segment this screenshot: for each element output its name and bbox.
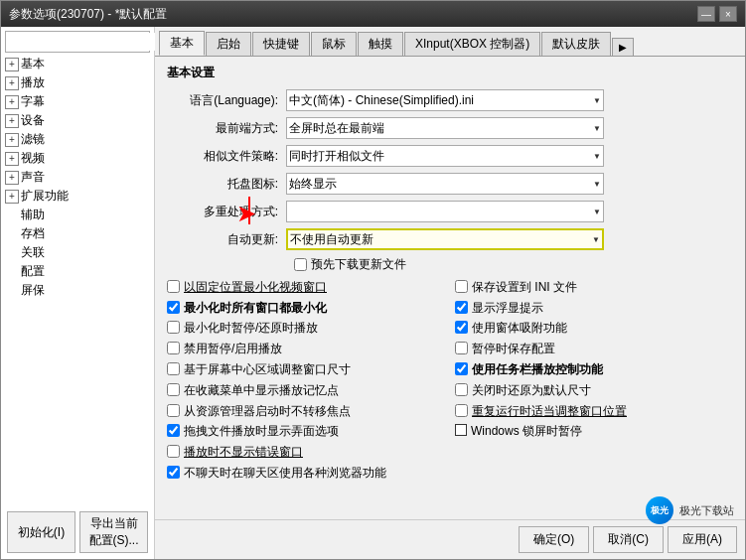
checkbox-showoptions: 拖拽文件播放时显示弄面选项 <box>167 423 445 440</box>
savepause-checkbox[interactable] <box>455 342 468 354</box>
dropdown-arrow-icon: ▼ <box>593 124 601 133</box>
saveini-checkbox[interactable] <box>455 280 468 293</box>
cancel-button[interactable]: 取消(C) <box>593 526 664 553</box>
taskbar-checkbox[interactable] <box>455 362 468 375</box>
restoresize-checkbox[interactable] <box>455 383 468 396</box>
lockscreen-checkbox[interactable] <box>455 424 467 436</box>
fixpos-label: 以固定位置最小化视频窗口 <box>184 279 327 296</box>
tree-item-assist[interactable]: 辅助 <box>3 206 152 224</box>
title-bar-buttons: — × <box>697 6 737 22</box>
centerresize-checkbox[interactable] <box>167 362 180 375</box>
minpause-checkbox[interactable] <box>167 321 180 334</box>
tree-item-audio[interactable]: + 声音 <box>3 168 152 187</box>
tab-skin[interactable]: 默认皮肤 <box>541 32 611 56</box>
checkbox-disablepause: 禁用暂停/启用播放 <box>167 341 445 357</box>
watermark-site: 极光下载站 <box>679 503 734 518</box>
tooltip-checkbox[interactable] <box>455 301 468 314</box>
checkbox-lockscreen: Windows 锁屏时暂停 <box>455 423 733 440</box>
snap-checkbox[interactable] <box>455 321 468 334</box>
tab-shortcut[interactable]: 快捷键 <box>252 32 310 56</box>
expand-icon[interactable]: + <box>5 171 19 185</box>
tree-item-extend[interactable]: + 扩展功能 <box>3 187 152 206</box>
export-button[interactable]: 导出当前配置(S)... <box>79 511 148 553</box>
tree-item-filter[interactable]: + 滤镜 <box>3 130 152 149</box>
settings-panel: 基本设置 语言(Language): 中文(简体) - Chinese(Simp… <box>155 57 745 519</box>
expand-icon[interactable]: + <box>5 58 19 71</box>
tree-label: 播放 <box>21 74 45 91</box>
tray-select[interactable]: 始终显示 ▼ <box>286 173 604 195</box>
tree-item-basic[interactable]: + 基本 <box>3 55 152 73</box>
tree-label: 基本 <box>21 56 45 72</box>
close-button[interactable]: × <box>719 6 737 22</box>
tab-scroll-right[interactable]: ▶ <box>612 38 634 56</box>
expand-icon[interactable]: + <box>5 114 19 128</box>
predownload-row: 预先下载更新文件 <box>167 256 733 273</box>
frontmode-label: 最前端方式: <box>167 120 286 137</box>
init-button[interactable]: 初始化(I) <box>7 511 75 553</box>
expand-icon[interactable]: + <box>5 190 19 204</box>
tree-label: 滤镜 <box>21 131 45 148</box>
tree-label: 存档 <box>21 225 45 242</box>
minall-checkbox[interactable] <box>167 301 180 314</box>
expand-icon[interactable]: + <box>5 95 19 109</box>
apply-button[interactable]: 应用(A) <box>668 526 737 553</box>
red-arrow-annotation: ➤ <box>236 201 256 228</box>
tab-basic[interactable]: 基本 <box>159 31 205 56</box>
search-input[interactable] <box>6 33 163 51</box>
predownload-checkbox[interactable] <box>294 258 307 271</box>
expand-icon[interactable]: + <box>5 133 19 147</box>
dropdown-arrow-icon: ▼ <box>593 96 601 105</box>
frontmode-value: 全屏时总在最前端 <box>289 120 384 137</box>
tab-touch[interactable]: 触摸 <box>358 32 403 56</box>
tree-label: 设备 <box>21 112 45 129</box>
ok-button[interactable]: 确定(O) <box>519 526 589 553</box>
tab-start[interactable]: 启始 <box>206 32 251 56</box>
showbookmark-checkbox[interactable] <box>167 383 180 396</box>
noerror-checkbox[interactable] <box>167 445 180 458</box>
expand-icon[interactable]: + <box>5 152 19 166</box>
disablepause-label: 禁用暂停/启用播放 <box>184 341 282 357</box>
checkbox-minpause: 最小化时暂停/还原时播放 <box>167 320 445 337</box>
multiproc-select[interactable]: ▼ <box>286 201 604 222</box>
tree-view: + 基本 + 播放 + 字幕 + 设备 + 滤镜 <box>3 55 152 507</box>
filestrategy-control: 同时打开相似文件 ▼ <box>286 145 604 167</box>
nofocus-checkbox[interactable] <box>167 404 180 417</box>
tree-item-video[interactable]: + 视频 <box>3 149 152 168</box>
frontmode-control: 全屏时总在最前端 ▼ <box>286 117 604 139</box>
disablepause-checkbox[interactable] <box>167 342 180 354</box>
autoupdate-select[interactable]: 不使用自动更新 ▼ <box>286 228 604 250</box>
fixpos-checkbox[interactable] <box>167 280 180 293</box>
expand-icon[interactable]: + <box>5 76 19 90</box>
tree-item-assoc[interactable]: 关联 <box>3 243 152 262</box>
savepause-label: 暂停时保存配置 <box>472 341 555 357</box>
frontmode-select[interactable]: 全屏时总在最前端 ▼ <box>286 117 604 139</box>
multiproc-control: ▼ <box>286 201 604 222</box>
language-value: 中文(简体) - Chinese(Simplified).ini <box>289 92 474 109</box>
dropdown-arrow-icon: ▼ <box>593 180 601 189</box>
filestrategy-select[interactable]: 同时打开相似文件 ▼ <box>286 145 604 167</box>
tree-item-subtitle[interactable]: + 字幕 <box>3 92 152 111</box>
restoresize-label: 关闭时还原为默认尺寸 <box>472 382 591 399</box>
tree-item-config[interactable]: 配置 <box>3 262 152 281</box>
minimize-button[interactable]: — <box>697 6 715 22</box>
language-select[interactable]: 中文(简体) - Chinese(Simplified).ini ▼ <box>286 89 604 111</box>
tree-item-screensaver[interactable]: 屏保 <box>3 281 152 300</box>
checkbox-adjustpos: 重复运行时适当调整窗口位置 <box>455 403 733 420</box>
checkbox-noerror: 播放时不显示错误窗口 <box>167 444 445 461</box>
tree-label: 视频 <box>21 150 45 167</box>
adjustpos-checkbox[interactable] <box>455 404 468 417</box>
checkbox-snap: 使用窗体吸附功能 <box>455 320 733 337</box>
watermark-logo: 极光 <box>646 496 673 524</box>
checkbox-showbookmark: 在收藏菜单中显示播放记忆点 <box>167 382 445 399</box>
showoptions-checkbox[interactable] <box>167 424 180 437</box>
checkbox-taskbar: 使用任务栏播放控制功能 <box>455 361 733 378</box>
tree-label: 辅助 <box>21 207 45 223</box>
tab-xinput[interactable]: XInput(XBOX 控制器) <box>404 32 540 56</box>
tree-item-device[interactable]: + 设备 <box>3 111 152 130</box>
tab-mouse[interactable]: 鼠标 <box>311 32 357 56</box>
checkbox-fixpos: 以固定位置最小化视频窗口 <box>167 279 445 296</box>
tree-item-playback[interactable]: + 播放 <box>3 73 152 92</box>
browser-checkbox[interactable] <box>167 466 180 479</box>
tree-label: 关联 <box>21 244 45 261</box>
tree-item-archive[interactable]: 存档 <box>3 224 152 243</box>
